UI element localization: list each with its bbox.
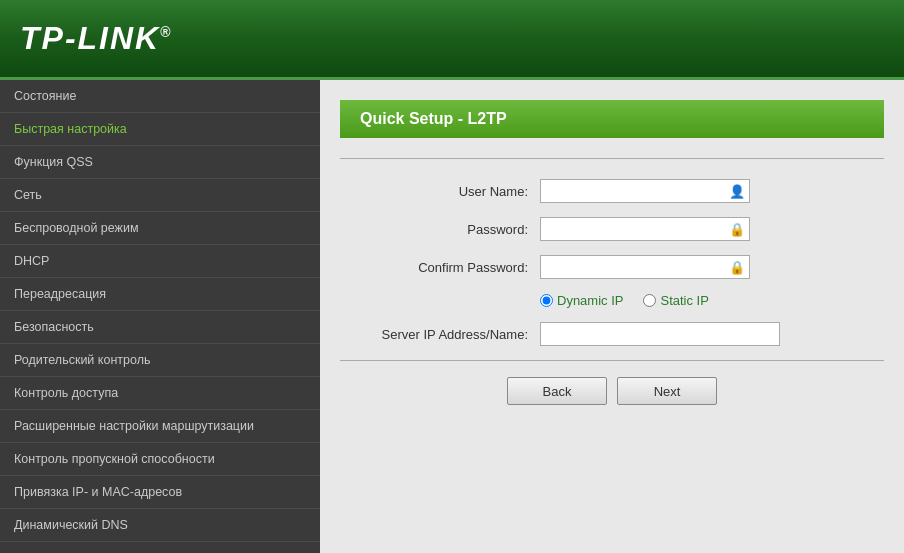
sidebar-item-status[interactable]: Состояние <box>0 80 320 113</box>
password-input-wrapper: 🔒 <box>540 217 750 241</box>
dynamic-ip-label: Dynamic IP <box>557 293 623 308</box>
sidebar-item-parental[interactable]: Родительский контроль <box>0 344 320 377</box>
sidebar-item-qss[interactable]: Функция QSS <box>0 146 320 179</box>
sidebar-item-access[interactable]: Контроль доступа <box>0 377 320 410</box>
page-title: Quick Setup - L2TP <box>340 100 884 138</box>
back-button[interactable]: Back <box>507 377 607 405</box>
next-button[interactable]: Next <box>617 377 717 405</box>
sidebar-item-quick-setup[interactable]: Быстрая настройка <box>0 113 320 146</box>
password-row: Password: 🔒 <box>340 217 884 241</box>
username-row: User Name: 👤 <box>340 179 884 203</box>
ip-type-row: Dynamic IP Static IP <box>340 293 884 308</box>
sidebar-item-system[interactable]: Системные инструменты <box>0 542 320 553</box>
sidebar-item-bandwidth[interactable]: Контроль пропускной способности <box>0 443 320 476</box>
confirm-password-label: Confirm Password: <box>340 260 540 275</box>
username-input[interactable] <box>540 179 750 203</box>
dynamic-ip-option[interactable]: Dynamic IP <box>540 293 623 308</box>
bottom-divider <box>340 360 884 361</box>
main-container: СостояниеБыстрая настройкаФункция QSSСет… <box>0 80 904 553</box>
dynamic-ip-radio[interactable] <box>540 294 553 307</box>
server-input[interactable] <box>540 322 780 346</box>
confirm-lock-icon: 🔒 <box>729 260 745 275</box>
sidebar-item-forwarding[interactable]: Переадресация <box>0 278 320 311</box>
user-icon: 👤 <box>729 184 745 199</box>
sidebar-item-ddns[interactable]: Динамический DNS <box>0 509 320 542</box>
sidebar-item-wireless[interactable]: Беспроводной режим <box>0 212 320 245</box>
server-row: Server IP Address/Name: <box>340 322 884 346</box>
static-ip-option[interactable]: Static IP <box>643 293 708 308</box>
sidebar-item-network[interactable]: Сеть <box>0 179 320 212</box>
content-area: Quick Setup - L2TP User Name: 👤 Password… <box>320 80 904 553</box>
confirm-password-row: Confirm Password: 🔒 <box>340 255 884 279</box>
logo-text: TP-LINK <box>20 20 160 56</box>
username-label: User Name: <box>340 184 540 199</box>
lock-icon: 🔒 <box>729 222 745 237</box>
username-input-wrapper: 👤 <box>540 179 750 203</box>
password-input[interactable] <box>540 217 750 241</box>
sidebar: СостояниеБыстрая настройкаФункция QSSСет… <box>0 80 320 553</box>
server-label: Server IP Address/Name: <box>340 327 540 342</box>
top-divider <box>340 158 884 159</box>
password-label: Password: <box>340 222 540 237</box>
sidebar-item-security[interactable]: Безопасность <box>0 311 320 344</box>
sidebar-item-binding[interactable]: Привязка IP- и MAC-адресов <box>0 476 320 509</box>
sidebar-item-dhcp[interactable]: DHCP <box>0 245 320 278</box>
button-row: Back Next <box>340 377 884 425</box>
header: TP-LINK® <box>0 0 904 80</box>
sidebar-item-routing[interactable]: Расширенные настройки маршрутизации <box>0 410 320 443</box>
logo: TP-LINK® <box>20 20 173 57</box>
confirm-password-input[interactable] <box>540 255 750 279</box>
static-ip-label: Static IP <box>660 293 708 308</box>
confirm-password-input-wrapper: 🔒 <box>540 255 750 279</box>
form-container: User Name: 👤 Password: 🔒 Confirm Passwor… <box>320 138 904 435</box>
static-ip-radio[interactable] <box>643 294 656 307</box>
logo-sup: ® <box>160 24 172 40</box>
